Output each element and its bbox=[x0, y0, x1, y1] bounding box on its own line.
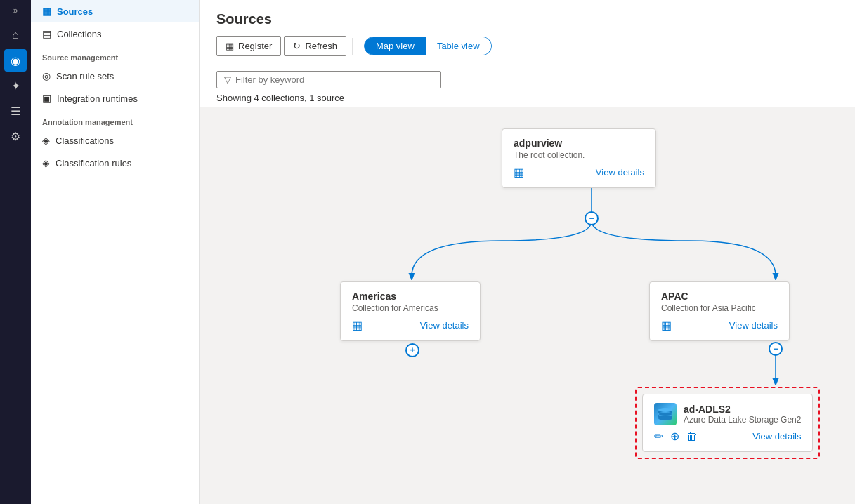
sidebar-item-classifications[interactable]: ◈ Classifications bbox=[31, 129, 199, 152]
map-view-button[interactable]: Map view bbox=[365, 37, 426, 55]
root-view-details-link[interactable]: View details bbox=[596, 167, 644, 178]
root-collapse-btn[interactable]: − bbox=[585, 211, 599, 225]
root-grid-icon: ▦ bbox=[514, 166, 524, 179]
source-name: ad-ADLS2 bbox=[684, 404, 801, 415]
apac-node-subtitle: Collection for Asia Pacific bbox=[661, 303, 778, 313]
source-type: Azure Data Lake Storage Gen2 bbox=[684, 415, 801, 425]
americas-node: Americas Collection for Americas ▦ View … bbox=[340, 281, 481, 341]
icon-strip: » ⌂ ◉ ✦ ☰ ⚙ bbox=[0, 0, 31, 504]
source-footer: ✏ ⊕ 🗑 View details bbox=[654, 430, 801, 443]
sidebar-item-collections[interactable]: ▤ Collections bbox=[31, 22, 199, 45]
svg-point-3 bbox=[658, 408, 672, 412]
scan-rule-icon: ◎ bbox=[42, 70, 51, 81]
view-toggle: Map view Table view bbox=[364, 37, 492, 55]
americas-node-title: Americas bbox=[352, 291, 469, 302]
source-view-details-link[interactable]: View details bbox=[752, 431, 801, 442]
tools-icon[interactable]: ⚙ bbox=[4, 125, 27, 147]
svg-point-4 bbox=[658, 416, 672, 420]
apac-view-details-link[interactable]: View details bbox=[729, 320, 778, 331]
americas-expand-btn[interactable]: + bbox=[405, 343, 419, 357]
filter-bar: ▽ bbox=[200, 65, 855, 88]
sources-icon: ▦ bbox=[42, 6, 51, 17]
americas-node-subtitle: Collection for Americas bbox=[352, 303, 469, 313]
main-header: Sources ▦ Register ↻ Refresh Map view Ta… bbox=[200, 0, 855, 65]
showing-text: Showing 4 collections, 1 source bbox=[200, 88, 855, 107]
source-storage-icon bbox=[654, 403, 677, 425]
filter-input[interactable] bbox=[235, 74, 433, 85]
filter-icon: ▽ bbox=[224, 74, 231, 85]
source-node-container: ad-ADLS2 Azure Data Lake Storage Gen2 ✏ … bbox=[635, 387, 820, 459]
annotation-management-label: Annotation management bbox=[31, 110, 199, 129]
root-node-subtitle: The root collection. bbox=[514, 150, 644, 160]
refresh-button[interactable]: ↻ Refresh bbox=[284, 36, 346, 56]
americas-view-details-link[interactable]: View details bbox=[420, 320, 469, 331]
catalog-icon[interactable]: ◉ bbox=[4, 49, 27, 72]
root-node: adpurview The root collection. ▦ View de… bbox=[502, 128, 656, 188]
expand-icon[interactable]: » bbox=[13, 6, 18, 15]
page-title: Sources bbox=[216, 11, 838, 27]
root-node-footer: ▦ View details bbox=[514, 166, 644, 179]
source-header: ad-ADLS2 Azure Data Lake Storage Gen2 bbox=[654, 403, 801, 425]
table-view-button[interactable]: Table view bbox=[426, 37, 491, 55]
map-area[interactable]: adpurview The root collection. ▦ View de… bbox=[200, 107, 855, 504]
integration-icon: ▣ bbox=[42, 93, 51, 104]
apac-node-title: APAC bbox=[661, 291, 778, 302]
filter-input-wrap[interactable]: ▽ bbox=[216, 71, 441, 88]
americas-grid-icon: ▦ bbox=[352, 319, 363, 332]
toolbar: ▦ Register ↻ Refresh Map view Table view bbox=[216, 36, 838, 56]
sidebar-item-classification-rules[interactable]: ◈ Classification rules bbox=[31, 152, 199, 174]
sidebar-item-scan-rule-sets[interactable]: ◎ Scan rule sets bbox=[31, 65, 199, 87]
sidebar: ▦ Sources ▤ Collections Source managemen… bbox=[31, 0, 200, 504]
apac-node: APAC Collection for Asia Pacific ▦ View … bbox=[649, 281, 790, 341]
sidebar-item-integration-runtimes[interactable]: ▣ Integration runtimes bbox=[31, 87, 199, 110]
insights-icon[interactable]: ✦ bbox=[4, 74, 27, 97]
collections-icon: ▤ bbox=[42, 28, 51, 39]
sidebar-item-sources[interactable]: ▦ Sources bbox=[31, 0, 199, 22]
source-delete-icon[interactable]: 🗑 bbox=[686, 430, 698, 443]
main-content: Sources ▦ Register ↻ Refresh Map view Ta… bbox=[200, 0, 855, 504]
americas-node-footer: ▦ View details bbox=[352, 319, 469, 332]
register-icon: ▦ bbox=[226, 41, 234, 51]
source-management-label: Source management bbox=[31, 45, 199, 65]
manage-icon[interactable]: ☰ bbox=[4, 100, 27, 122]
source-edit-icon[interactable]: ✏ bbox=[654, 430, 663, 443]
classifications-icon: ◈ bbox=[42, 135, 50, 146]
source-scan-icon[interactable]: ⊕ bbox=[670, 430, 679, 443]
register-button[interactable]: ▦ Register bbox=[216, 36, 281, 56]
apac-grid-icon: ▦ bbox=[661, 319, 672, 332]
refresh-icon: ↻ bbox=[293, 41, 301, 51]
toolbar-divider bbox=[352, 38, 353, 55]
root-node-title: adpurview bbox=[514, 138, 644, 149]
source-card: ad-ADLS2 Azure Data Lake Storage Gen2 ✏ … bbox=[642, 394, 813, 452]
classification-rules-icon: ◈ bbox=[42, 157, 50, 168]
apac-node-footer: ▦ View details bbox=[661, 319, 778, 332]
apac-collapse-btn[interactable]: − bbox=[769, 342, 783, 356]
home-icon[interactable]: ⌂ bbox=[4, 24, 27, 46]
